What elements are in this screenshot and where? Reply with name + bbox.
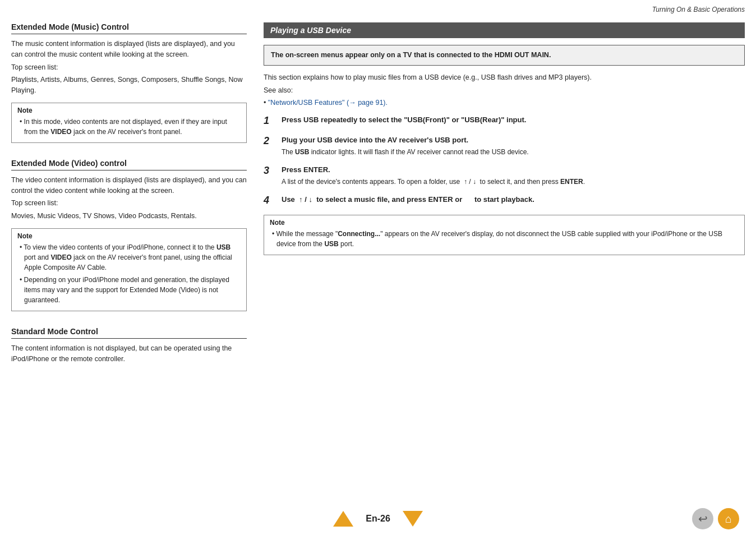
extended-video-para2: Top screen list:	[11, 198, 247, 209]
usb-intro-1: This section explains how to play music …	[264, 72, 745, 83]
extended-video-note-item-2: Depending on your iPod/iPhone model and …	[17, 275, 241, 305]
extended-video-note-label: Note	[17, 232, 241, 240]
step-3: 3 Press ENTER. A list of the device's co…	[264, 165, 745, 187]
extended-music-note-item-1: In this mode, video contents are not dis…	[17, 117, 241, 137]
page-header-title: Turning On & Basic Operations	[652, 6, 745, 13]
step-3-number: 3	[264, 165, 276, 177]
usb-note-item-1: While the message "Connecting..." appear…	[270, 229, 739, 249]
next-page-button[interactable]	[403, 511, 423, 527]
home-button[interactable]: ⌂	[718, 508, 739, 529]
section-title-extended-music: Extended Mode (Music) Control	[11, 22, 247, 34]
extended-music-note: Note In this mode, video contents are no…	[11, 103, 247, 143]
step-2-number: 2	[264, 135, 276, 147]
see-also: • "Network/USB Features" (→ page 91).	[264, 98, 745, 108]
section-title-extended-video: Extended Mode (Video) control	[11, 159, 247, 170]
see-also-link[interactable]: "Network/USB Features" (→ page 91).	[268, 99, 388, 107]
extended-video-para1: The video content information is display…	[11, 175, 247, 196]
usb-note-content: While the message "Connecting..." appear…	[270, 229, 739, 249]
extended-video-note: Note To view the video contents of your …	[11, 228, 247, 311]
step-4: 4 Use ↑ / ↓ to select a music file, and …	[264, 195, 745, 207]
extended-music-para3: Playlists, Artists, Albums, Genres, Song…	[11, 75, 247, 96]
extended-video-note-item-1: To view the video contents of your iPod/…	[17, 242, 241, 273]
step-2-content: Plug your USB device into the AV receive…	[282, 135, 745, 157]
standard-mode-para1: The content information is not displayed…	[11, 343, 247, 365]
usb-section-header: Playing a USB Device	[264, 22, 745, 38]
step-3-title: Press ENTER.	[282, 165, 745, 175]
usb-note: Note While the message "Connecting..." a…	[264, 215, 745, 255]
step-4-title: Use ↑ / ↓ to select a music file, and pr…	[282, 195, 745, 205]
step-3-content: Press ENTER. A list of the device's cont…	[282, 165, 745, 187]
step-3-desc: A list of the device's contents appears.…	[282, 177, 745, 187]
right-column: Playing a USB Device The on-screen menus…	[258, 22, 745, 524]
extended-video-para3: Movies, Music Videos, TV Shows, Video Po…	[11, 211, 247, 222]
hdmi-warning: The on-screen menus appear only on a TV …	[264, 45, 745, 66]
usb-note-label: Note	[270, 219, 739, 227]
step-2-title: Plug your USB device into the AV receive…	[282, 135, 745, 145]
extended-music-note-content: In this mode, video contents are not dis…	[17, 117, 241, 137]
extended-video-note-content: To view the video contents of your iPod/…	[17, 242, 241, 305]
section-extended-music: Extended Mode (Music) Control The music …	[11, 22, 247, 147]
section-standard-mode: Standard Mode Control The content inform…	[11, 327, 247, 365]
extended-music-para2: Top screen list:	[11, 62, 247, 73]
step-1-content: Press USB repeatedly to select the "USB(…	[282, 115, 745, 125]
step-1: 1 Press USB repeatedly to select the "US…	[264, 115, 745, 127]
usb-intro-2: See also:	[264, 85, 745, 96]
section-title-standard-mode: Standard Mode Control	[11, 327, 247, 339]
bottom-bar: En-26	[0, 511, 756, 527]
step-4-content: Use ↑ / ↓ to select a music file, and pr…	[282, 195, 745, 205]
back-button[interactable]: ↩	[692, 508, 713, 529]
step-2: 2 Plug your USB device into the AV recei…	[264, 135, 745, 157]
step-2-desc: The USB indicator lights. It will flash …	[282, 147, 745, 157]
step-4-number: 4	[264, 195, 276, 207]
page-number: En-26	[366, 514, 390, 524]
step-1-number: 1	[264, 115, 276, 127]
bottom-nav-icons: ↩ ⌂	[692, 508, 739, 529]
extended-music-note-label: Note	[17, 107, 241, 114]
step-1-title: Press USB repeatedly to select the "USB(…	[282, 115, 745, 125]
left-column: Extended Mode (Music) Control The music …	[11, 22, 247, 524]
extended-music-para1: The music content information is display…	[11, 39, 247, 60]
section-extended-video: Extended Mode (Video) control The video …	[11, 159, 247, 316]
prev-page-button[interactable]	[333, 511, 353, 527]
